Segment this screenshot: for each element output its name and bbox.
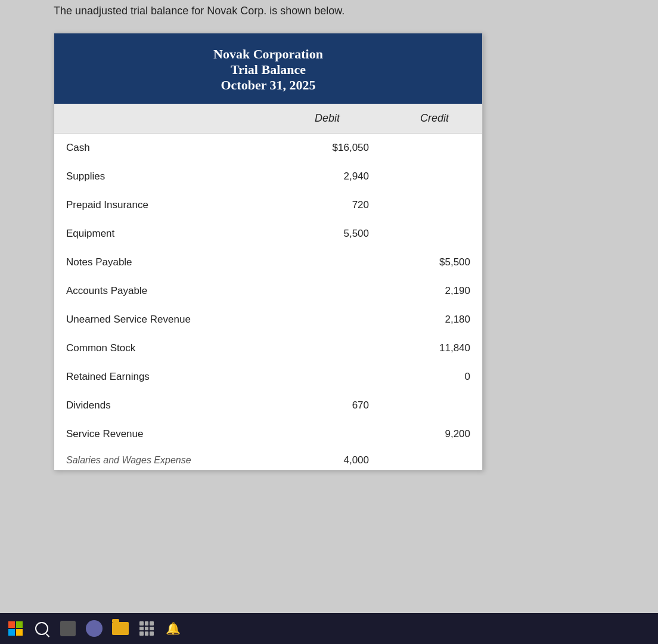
table-row: Prepaid Insurance 720 — [54, 191, 482, 219]
table-row: Salaries and Wages Expense 4,000 — [54, 448, 482, 470]
credit-value: $5,500 — [387, 256, 482, 268]
debit-value: $16,050 — [268, 142, 387, 154]
folder-icon — [112, 622, 129, 635]
search-button[interactable] — [32, 619, 51, 638]
debit-value: 5,500 — [268, 228, 387, 240]
account-name: Service Revenue — [54, 428, 268, 440]
account-name: Prepaid Insurance — [54, 199, 268, 211]
account-name: Notes Payable — [54, 256, 268, 268]
table-row: Service Revenue 9,200 — [54, 420, 482, 448]
debit-col-header: Debit — [268, 112, 387, 125]
account-name: Supplies — [54, 171, 268, 182]
trial-balance-table: Novak Corporation Trial Balance October … — [54, 33, 483, 470]
table-row: Unearned Service Revenue 2,180 — [54, 305, 482, 334]
teams-button[interactable] — [85, 619, 104, 638]
credit-value: 11,840 — [387, 342, 482, 354]
table-row: Equipment 5,500 — [54, 219, 482, 248]
account-name: Salaries and Wages Expense — [54, 455, 268, 466]
credit-value: 2,180 — [387, 314, 482, 326]
account-name: Accounts Payable — [54, 285, 268, 297]
notifications-button[interactable]: 🔔 — [163, 619, 182, 638]
account-name: Common Stock — [54, 342, 268, 354]
table-row: Common Stock 11,840 — [54, 334, 482, 363]
intro-text: The unadjusted trial balance for Novak C… — [54, 5, 344, 17]
table-date: October 31, 2025 — [60, 78, 476, 93]
search-icon — [35, 622, 48, 635]
teams-icon — [86, 620, 103, 637]
account-name: Equipment — [54, 228, 268, 240]
credit-col-header: Credit — [387, 112, 482, 125]
debit-value: 2,940 — [268, 171, 387, 182]
table-row: Retained Earnings 0 — [54, 363, 482, 391]
apps-grid-icon — [139, 621, 154, 636]
table-row: Notes Payable $5,500 — [54, 248, 482, 277]
debit-value: 720 — [268, 199, 387, 211]
account-col-header — [54, 112, 268, 125]
table-row: Cash $16,050 — [54, 134, 482, 162]
page-background: The unadjusted trial balance for Novak C… — [0, 0, 658, 644]
apps-grid-button[interactable] — [137, 619, 156, 638]
taskbar: 🔔 — [0, 613, 658, 644]
credit-value: 2,190 — [387, 285, 482, 297]
account-name: Retained Earnings — [54, 371, 268, 383]
file-explorer-button[interactable] — [111, 619, 130, 638]
account-name: Unearned Service Revenue — [54, 314, 268, 326]
column-headers: Debit Credit — [54, 104, 482, 134]
windows-start-button[interactable] — [6, 619, 25, 638]
account-name: Dividends — [54, 400, 268, 411]
table-body: Cash $16,050 Supplies 2,940 Prepaid Insu… — [54, 134, 482, 470]
task-view-icon — [60, 621, 76, 636]
table-row: Supplies 2,940 — [54, 162, 482, 191]
debit-value: 4,000 — [268, 454, 387, 466]
debit-value: 670 — [268, 400, 387, 411]
credit-value: 0 — [387, 371, 482, 383]
task-view-button[interactable] — [58, 619, 77, 638]
bell-icon: 🔔 — [166, 621, 181, 636]
table-row: Dividends 670 — [54, 391, 482, 420]
table-header: Novak Corporation Trial Balance October … — [54, 33, 482, 104]
credit-value: 9,200 — [387, 428, 482, 440]
table-row: Accounts Payable 2,190 — [54, 277, 482, 305]
account-name: Cash — [54, 142, 268, 154]
table-title: Trial Balance — [60, 62, 476, 78]
corporation-name: Novak Corporation — [60, 47, 476, 62]
